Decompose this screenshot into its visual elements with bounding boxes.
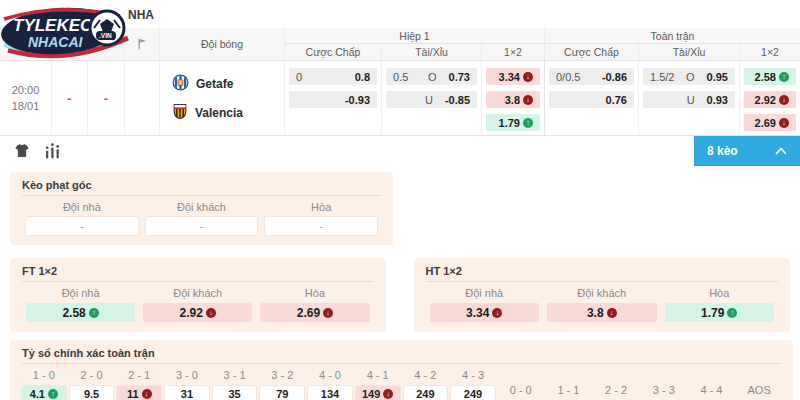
home-team-row[interactable]: Getafe — [160, 74, 284, 94]
arrow-down-circle-icon: ↓ — [523, 72, 533, 82]
draw-column-AOS: AOS154 — [737, 384, 781, 400]
col-header-handicap-ft: Cược Chấp — [545, 44, 639, 61]
arrow-down-circle-icon: ↓ — [779, 95, 789, 105]
draw-column-1-1: 1 - 14.8↓ — [547, 384, 591, 400]
match-time: 20:00 18/01 — [0, 61, 52, 136]
ft-handicap-away-odd[interactable]: 0.76 — [549, 91, 634, 108]
decorative-mark: „ — [56, 0, 65, 15]
arrow-up-circle-icon: ↑ — [48, 389, 58, 399]
score-column-3-2: 3 - 27994 — [260, 369, 304, 400]
ht-away-header: Đội khách — [547, 287, 657, 303]
match-flag-cell — [125, 61, 160, 136]
score-column-4-2: 4 - 2249249 — [404, 369, 448, 400]
score-label: 4 - 0 — [308, 369, 352, 383]
col-header-time: Thời gian — [0, 28, 52, 61]
score-label: 3 - 3 — [642, 384, 686, 398]
col-header-1x2-h1: 1×2 — [482, 44, 545, 61]
draw-column-3-3: 3 - 3249 — [642, 384, 686, 400]
odds-count-button[interactable]: 8 kèo — [694, 136, 800, 166]
ft-1x2-panel: FT 1×2 Đội nhà 2.58↑ Đội khách 2.92↓ Hòa… — [10, 258, 386, 332]
corner-draw-odd[interactable]: - — [265, 217, 377, 235]
h1-overunder-cell: 0.5 O 0.73 U -0.85 — [382, 61, 482, 136]
col-header-1x2-ft: 1×2 — [740, 44, 800, 61]
home-win-odd-3-2[interactable]: 79 — [260, 386, 304, 400]
score-column-3-1: 3 - 13549↓ — [213, 369, 257, 400]
score-label: 4 - 4 — [690, 384, 734, 398]
page-header: „ NHA — [0, 0, 800, 28]
ft-away-odd[interactable]: 2.92↓ — [143, 303, 252, 322]
ht-draw-odd[interactable]: 1.79↑ — [665, 303, 775, 322]
h1-handicap-home-odd[interactable]: 0 0.8 — [289, 68, 377, 85]
corner-home-odd[interactable]: - — [26, 217, 138, 235]
arrow-up-circle-icon: ↑ — [779, 72, 789, 82]
score-label: 3 - 1 — [213, 369, 257, 383]
jersey-icon[interactable] — [14, 143, 30, 159]
score-column-1-0: 1 - 04.1↑4.9↑ — [22, 369, 66, 400]
draw-column-0-0: 0 - 04 — [499, 384, 543, 400]
score-ht-value: - — [88, 61, 125, 136]
score-label: 1 - 0 — [22, 369, 66, 383]
arrow-down-circle-icon: ↓ — [323, 308, 333, 318]
away-team-row[interactable]: Valencia — [160, 103, 284, 123]
betting-odds-page: TYLEKEO NHACAI .VIN „ NHA Thời gian Tỉ s… — [0, 0, 800, 400]
col-header-handicap-h1: Cược Chấp — [285, 44, 382, 61]
home-win-odd-4-0[interactable]: 134 — [308, 386, 352, 400]
ft-under-odd[interactable]: U 0.93 — [643, 91, 735, 108]
arrow-up-circle-icon: ↑ — [523, 118, 533, 128]
h1-handicap-cell: 0 0.8 -0.93 — [285, 61, 382, 136]
odds-count-label: 8 kèo — [707, 144, 738, 158]
ft-1x2-away-odd[interactable]: 2.92↓ — [744, 91, 796, 108]
ht-away-odd[interactable]: 3.8↓ — [547, 303, 657, 322]
score-column-2-0: 2 - 09.513.5↓ — [70, 369, 114, 400]
h1-under-odd[interactable]: U -0.85 — [386, 91, 477, 108]
home-win-odd-3-1[interactable]: 35 — [213, 386, 257, 400]
corner-away-odd[interactable]: - — [146, 217, 258, 235]
ft-home-odd[interactable]: 2.58↑ — [26, 303, 135, 322]
ft-over-odd[interactable]: 1.5/2 O 0.95 — [643, 68, 735, 85]
score-label: AOS — [737, 384, 781, 398]
ft-1x2-home-odd[interactable]: 2.58↑ — [744, 68, 796, 85]
home-win-odd-2-0[interactable]: 9.5 — [70, 386, 114, 400]
ht-home-odd[interactable]: 3.34↓ — [430, 303, 540, 322]
ft-1x2-draw-odd[interactable]: 2.69↓ — [744, 114, 796, 131]
getafe-logo — [172, 74, 189, 94]
arrow-down-circle-icon: ↓ — [779, 118, 789, 128]
home-win-odd-1-0[interactable]: 4.1↑ — [22, 386, 66, 400]
home-win-odd-4-3[interactable]: 249 — [451, 386, 495, 400]
ht-1x2-panel: HT 1×2 Đội nhà 3.34↓ Đội khách 3.8↓ Hòa … — [414, 258, 791, 332]
col-header-overunder-ft: Tài/Xỉu — [639, 44, 740, 61]
arrow-up-circle-icon: ↑ — [727, 308, 737, 318]
corner-away-header: Đội khách — [146, 201, 258, 217]
h1-over-odd[interactable]: 0.5 O 0.73 — [386, 68, 477, 85]
arrow-down-circle-icon: ↓ — [383, 389, 393, 399]
col-group-first-half: Hiệp 1 — [285, 28, 545, 44]
ft-handicap-cell: 0/0.5 -0.86 0.76 — [545, 61, 639, 136]
h1-handicap-away-odd[interactable]: -0.93 — [289, 91, 377, 108]
extra-odds-sections: Kèo phạt góc Đội nhà - Đội khách - Hòa -… — [0, 166, 800, 400]
match-odds-table: Thời gian Tỉ số Đội bóng Hiệp 1 Toàn trậ… — [0, 28, 800, 136]
arrow-up-circle-icon: ↑ — [89, 308, 99, 318]
ft-home-header: Đội nhà — [26, 287, 135, 303]
ft-overunder-cell: 1.5/2 O 0.95 U 0.93 — [639, 61, 740, 136]
ft-draw-header: Hòa — [260, 287, 369, 303]
home-win-odd-2-1[interactable]: 11↓ — [117, 386, 161, 400]
home-win-odd-4-2[interactable]: 249 — [404, 386, 448, 400]
arrow-down-circle-icon: ↓ — [206, 308, 216, 318]
corner-draw-header: Hòa — [265, 201, 377, 217]
ft-away-header: Đội khách — [143, 287, 252, 303]
h1-1x2-away-odd[interactable]: 3.8↓ — [486, 91, 540, 108]
panel-title: Tỷ số chính xác toàn trận — [22, 347, 781, 364]
panel-title: Kèo phạt góc — [22, 179, 381, 196]
draw-column-4-4: 4 - 4249 — [690, 384, 734, 400]
score-column-4-0: 4 - 0134244↓ — [308, 369, 352, 400]
ft-draw-odd[interactable]: 2.69↓ — [260, 303, 369, 322]
ft-handicap-home-odd[interactable]: 0/0.5 -0.86 — [549, 68, 634, 85]
score-label: 3 - 2 — [260, 369, 304, 383]
stats-chart-icon[interactable] — [44, 143, 61, 160]
home-win-odd-4-1[interactable]: 149↓ — [356, 386, 400, 400]
arrow-down-circle-icon: ↓ — [607, 308, 617, 318]
home-win-odd-3-0[interactable]: 31 — [165, 386, 209, 400]
h1-1x2-home-odd[interactable]: 3.34↓ — [486, 68, 540, 85]
panel-title: FT 1×2 — [22, 265, 374, 282]
h1-1x2-draw-odd[interactable]: 1.79↑ — [486, 114, 540, 131]
